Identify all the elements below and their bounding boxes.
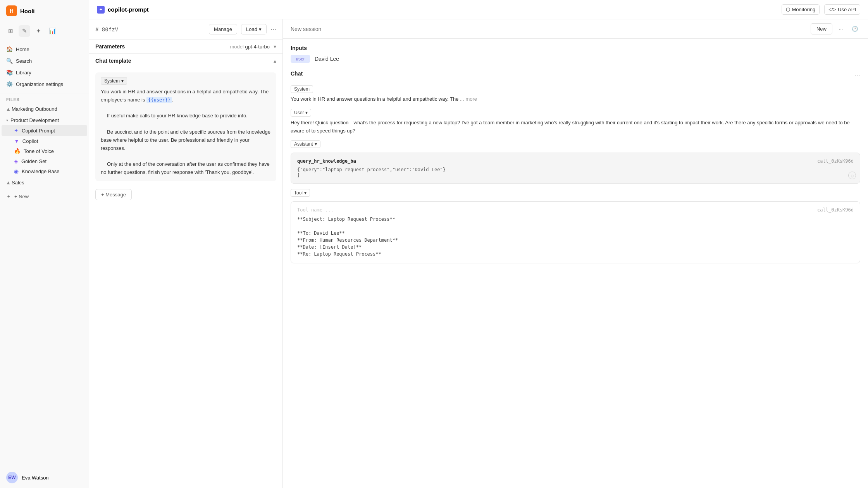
- section-sales: ▶ Sales: [0, 177, 89, 188]
- app-wrapper: ✦ copilot-prompt ⬡ Monitoring </> Use AP…: [89, 0, 868, 488]
- header-copilot-icon: ✦: [97, 6, 105, 14]
- session-name: New session: [291, 26, 321, 32]
- monitoring-button[interactable]: ⬡ Monitoring: [782, 4, 820, 15]
- sidebar: H Hooli ⊞ ✎ ✦ 📊 🏠 Home 🔍 Search 📚 Librar…: [0, 0, 89, 488]
- sidebar-item-search[interactable]: 🔍 Search: [0, 55, 89, 67]
- sidebar-item-org-settings[interactable]: ⚙️ Organization settings: [0, 78, 89, 90]
- sidebar-item-knowledge-base[interactable]: ◉ Knowledge Base: [2, 166, 87, 176]
- section-product-development: ▾ Product Development ✦ Copilot Prompt ·…: [0, 115, 89, 177]
- user-name: Eva Watson: [22, 475, 49, 481]
- chart-icon[interactable]: 📊: [46, 25, 58, 37]
- session-topbar-right: New ··· 🕐: [811, 23, 860, 34]
- use-api-button[interactable]: </> Use API: [824, 4, 860, 15]
- editor-panel: # 80fzV Manage Load ▾ ··· Parameters mod…: [89, 19, 283, 488]
- system-message-text: You work in HR and answer questions in a…: [101, 88, 271, 177]
- chat-message-user: User ▾ Hey there! Quick question—what's …: [291, 109, 860, 135]
- add-message-button[interactable]: + Message: [95, 189, 132, 200]
- chat-template-body: System ▾ You work in HR and answer quest…: [89, 68, 282, 488]
- chat-section: Chat ··· System You work in HR and answe…: [291, 70, 860, 263]
- session-topbar-left: New session: [291, 26, 806, 32]
- sidebar-item-copilot[interactable]: ▼ Copilot: [2, 136, 87, 146]
- session-clock-button[interactable]: 🕐: [849, 24, 860, 34]
- editor-more-icon[interactable]: ···: [270, 25, 276, 33]
- input-value: David Lee: [315, 56, 339, 62]
- plus-icon: ＋: [6, 193, 11, 200]
- sales-header[interactable]: ▶ Sales: [0, 178, 89, 187]
- assistant-role: Assistant ▾: [291, 140, 860, 148]
- new-session-button[interactable]: New: [811, 23, 832, 34]
- tool-role-tag[interactable]: Tool ▾: [291, 189, 310, 197]
- sidebar-footer: EW Eva Watson: [0, 467, 89, 488]
- golden-set-icon: ◈: [14, 158, 18, 164]
- copilot-prompt-icon: ✦: [14, 127, 19, 134]
- sidebar-nav: 🏠 Home 🔍 Search 📚 Library ⚙️ Organizatio…: [0, 40, 89, 93]
- inputs-title: Inputs: [291, 45, 860, 51]
- chat-message-assistant: Assistant ▾ query_hr_knowledge_ba call_0…: [291, 140, 860, 184]
- chat-more-icon[interactable]: ···: [854, 72, 860, 80]
- search-icon: 🔍: [6, 58, 13, 64]
- chat-message-tool: Tool ▾ Tool name ... call_0zKsK96d **Sub…: [291, 189, 860, 263]
- call-id: call_0zKsK96d: [817, 158, 854, 164]
- chevron-marketing: ▶: [6, 108, 10, 111]
- marketing-outbound-header[interactable]: ▶ Marketing Outbound: [0, 104, 89, 114]
- user-msg-body: Hey there! Quick question—what's the pro…: [291, 119, 860, 135]
- session-panel: New session New ··· 🕐 Inputs user David …: [283, 19, 868, 488]
- assistant-role-dropdown-icon: ▾: [315, 141, 317, 147]
- app-name: Hooli: [20, 8, 35, 14]
- load-dropdown-icon: ▾: [259, 26, 262, 32]
- sidebar-item-home[interactable]: 🏠 Home: [0, 43, 89, 55]
- user-variable: {{user}}: [146, 97, 172, 103]
- session-more-button[interactable]: ···: [835, 24, 846, 34]
- session-content: Inputs user David Lee Chat ···: [283, 39, 868, 488]
- fn-name: query_hr_knowledge_ba: [297, 158, 356, 164]
- sidebar-item-library[interactable]: 📚 Library: [0, 67, 89, 78]
- tool-call-id: call_0zKsK96d: [817, 207, 854, 213]
- assistant-role-tag[interactable]: Assistant ▾: [291, 140, 320, 148]
- code-body: {"query":"laptop request process","user"…: [297, 167, 854, 178]
- tone-icon: 🔥: [14, 148, 21, 154]
- tool-role: Tool ▾: [291, 189, 860, 197]
- copilot-icon: ▼: [14, 138, 19, 144]
- files-label: FILES: [0, 93, 89, 103]
- sparkle-icon[interactable]: ✦: [33, 25, 44, 37]
- settings-icon: ⚙️: [6, 81, 13, 87]
- system-more-link[interactable]: ... more: [460, 96, 477, 102]
- editor-topbar: # 80fzV Manage Load ▾ ···: [89, 19, 282, 40]
- user-role: User ▾: [291, 109, 860, 117]
- main-header: ✦ copilot-prompt ⬡ Monitoring </> Use AP…: [89, 0, 868, 19]
- edit-icon[interactable]: ✎: [19, 25, 30, 37]
- tool-role-dropdown-icon: ▾: [304, 190, 307, 196]
- avatar: EW: [6, 472, 18, 483]
- user-role-dropdown-icon: ▾: [305, 110, 308, 115]
- tool-name-placeholder: Tool name ...: [297, 207, 334, 213]
- manage-button[interactable]: Manage: [209, 24, 237, 34]
- system-tag-dropdown: ▾: [121, 78, 124, 84]
- user-role-tag[interactable]: User ▾: [291, 109, 311, 117]
- sidebar-item-copilot-prompt[interactable]: ✦ Copilot Prompt ···: [2, 125, 87, 136]
- page-title: copilot-prompt: [108, 6, 149, 13]
- chat-template-collapse-icon: ▴: [274, 58, 276, 64]
- tool-output-body: **Subject: Laptop Request Process** **To…: [297, 216, 854, 258]
- system-tag[interactable]: System ▾: [101, 77, 127, 85]
- monitoring-icon: ⬡: [786, 7, 790, 12]
- chat-title: Chat: [291, 70, 303, 77]
- inputs-section: Inputs user David Lee: [291, 45, 860, 63]
- product-development-header[interactable]: ▾ Product Development: [0, 115, 89, 125]
- load-button[interactable]: Load ▾: [241, 24, 267, 34]
- chat-message-system: System You work in HR and answer questio…: [291, 85, 860, 103]
- sidebar-item-golden-set[interactable]: ◈ Golden Set: [2, 156, 87, 166]
- system-message-block: System ▾ You work in HR and answer quest…: [95, 72, 276, 181]
- session-topbar: New session New ··· 🕐: [283, 19, 868, 39]
- layout-icon[interactable]: ⊞: [5, 25, 16, 37]
- new-button[interactable]: ＋ + New: [0, 190, 89, 203]
- editor-id: # 80fzV: [95, 26, 205, 33]
- chat-template-header[interactable]: Chat template ▴: [89, 54, 282, 68]
- panels-row: # 80fzV Manage Load ▾ ··· Parameters mod…: [89, 19, 868, 488]
- system-role: System: [291, 85, 860, 93]
- parameters-header[interactable]: Parameters model gpt-4-turbo ▾: [89, 40, 282, 53]
- system-role-tag: System: [291, 85, 313, 93]
- assistant-code-block: query_hr_knowledge_ba call_0zKsK96d {"qu…: [291, 153, 860, 184]
- code-circle-btn[interactable]: ○: [848, 172, 856, 179]
- sidebar-item-tone-of-voice[interactable]: 🔥 Tone of Voice: [2, 146, 87, 156]
- header-title-group: ✦ copilot-prompt: [97, 6, 149, 14]
